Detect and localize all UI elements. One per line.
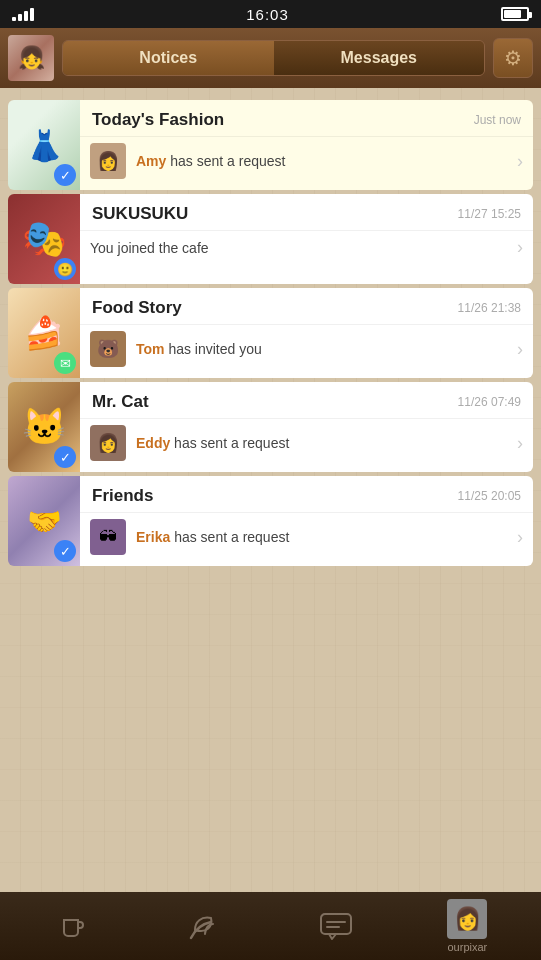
notice-body[interactable]: 👩 Eddy has sent a request ›	[80, 418, 533, 471]
notice-thumb: 🎭 🙂	[8, 194, 80, 284]
tab-notices[interactable]: Notices	[63, 41, 274, 75]
notice-badge: ✉	[54, 352, 76, 374]
profile-avatar: 👩	[447, 899, 487, 939]
tab-group: Notices Messages	[62, 40, 485, 76]
notice-badge: ✓	[54, 540, 76, 562]
notices-list: 👗 ✓ Today's Fashion Just now 👩 Amy has s…	[0, 88, 541, 892]
signal-icon	[12, 8, 34, 21]
notice-header: Today's Fashion Just now	[80, 100, 533, 136]
notice-message: Eddy has sent a request	[136, 435, 507, 451]
notice-body[interactable]: 🐻 Tom has invited you ›	[80, 324, 533, 377]
notice-message: You joined the cafe	[90, 240, 507, 256]
notice-card[interactable]: SUKUSUKU 11/27 15:25 You joined the cafe…	[80, 194, 533, 284]
notice-header: Mr. Cat 11/26 07:49	[80, 382, 533, 418]
list-item: 🤝 ✓ Friends 11/25 20:05 🕶 Erika has sent…	[8, 476, 533, 566]
battery-icon	[501, 7, 529, 21]
notice-thumb: 🐱 ✓	[8, 382, 80, 472]
leaf-icon	[187, 910, 223, 942]
sender-avatar: 👩	[90, 425, 126, 461]
notice-card[interactable]: Mr. Cat 11/26 07:49 👩 Eddy has sent a re…	[80, 382, 533, 472]
bottom-navigation: 👩 ourpixar	[0, 892, 541, 960]
svg-rect-1	[321, 914, 351, 934]
status-time: 16:03	[246, 6, 289, 23]
sender-avatar: 👩	[90, 143, 126, 179]
header: 👧 Notices Messages ⚙	[0, 28, 541, 88]
nav-item-cup[interactable]	[8, 910, 139, 942]
notice-header: Friends 11/25 20:05	[80, 476, 533, 512]
tab-messages[interactable]: Messages	[274, 41, 485, 75]
list-item: 🍰 ✉ Food Story 11/26 21:38 🐻 Tom has inv…	[8, 288, 533, 378]
chevron-right-icon: ›	[517, 339, 523, 360]
nav-item-profile[interactable]: 👩 ourpixar	[402, 899, 533, 953]
settings-button[interactable]: ⚙	[493, 38, 533, 78]
sender-avatar: 🐻	[90, 331, 126, 367]
notice-body[interactable]: 🕶 Erika has sent a request ›	[80, 512, 533, 565]
list-item: 🎭 🙂 SUKUSUKU 11/27 15:25 You joined the …	[8, 194, 533, 284]
notice-thumb: 🍰 ✉	[8, 288, 80, 378]
nav-item-leaf[interactable]	[139, 910, 270, 942]
notice-badge: ✓	[54, 164, 76, 186]
notice-message: Erika has sent a request	[136, 529, 507, 545]
notice-card[interactable]: Friends 11/25 20:05 🕶 Erika has sent a r…	[80, 476, 533, 566]
notice-badge: 🙂	[54, 258, 76, 280]
notice-card[interactable]: Food Story 11/26 21:38 🐻 Tom has invited…	[80, 288, 533, 378]
list-item: 👗 ✓ Today's Fashion Just now 👩 Amy has s…	[8, 100, 533, 190]
cup-icon	[58, 910, 90, 942]
notice-card[interactable]: Today's Fashion Just now 👩 Amy has sent …	[80, 100, 533, 190]
chat-icon	[319, 910, 353, 942]
notice-body[interactable]: You joined the cafe ›	[80, 230, 533, 268]
sender-avatar: 🕶	[90, 519, 126, 555]
notice-thumb: 🤝 ✓	[8, 476, 80, 566]
status-bar: 16:03	[0, 0, 541, 28]
chevron-right-icon: ›	[517, 237, 523, 258]
chevron-right-icon: ›	[517, 151, 523, 172]
notice-thumb: 👗 ✓	[8, 100, 80, 190]
user-avatar[interactable]: 👧	[8, 35, 54, 81]
notice-badge: ✓	[54, 446, 76, 468]
notice-message: Amy has sent a request	[136, 153, 507, 169]
notice-body[interactable]: 👩 Amy has sent a request ›	[80, 136, 533, 189]
chevron-right-icon: ›	[517, 433, 523, 454]
nav-item-chat[interactable]	[271, 910, 402, 942]
notice-message: Tom has invited you	[136, 341, 507, 357]
notice-header: SUKUSUKU 11/27 15:25	[80, 194, 533, 230]
list-item: 🐱 ✓ Mr. Cat 11/26 07:49 👩 Eddy has sent …	[8, 382, 533, 472]
notice-header: Food Story 11/26 21:38	[80, 288, 533, 324]
chevron-right-icon: ›	[517, 527, 523, 548]
